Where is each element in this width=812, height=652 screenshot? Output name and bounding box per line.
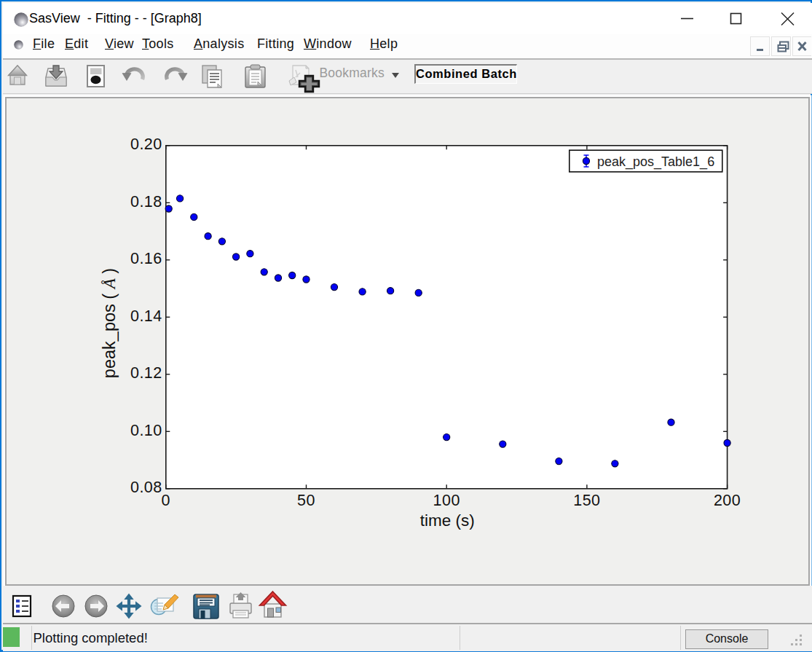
- svg-text:0.16: 0.16: [130, 250, 162, 267]
- svg-text:0.12: 0.12: [130, 364, 162, 382]
- svg-text:100: 100: [433, 492, 460, 509]
- svg-text:50: 50: [297, 492, 315, 509]
- svg-text:150: 150: [573, 492, 600, 509]
- svg-text:0.10: 0.10: [130, 422, 162, 439]
- svg-text:200: 200: [714, 492, 741, 509]
- svg-text:0.14: 0.14: [130, 307, 162, 325]
- svg-text:peak_pos ( Å ): peak_pos ( Å ): [100, 268, 119, 378]
- svg-text:0.20: 0.20: [130, 135, 162, 153]
- svg-text:time (s): time (s): [420, 511, 475, 530]
- svg-text:0: 0: [162, 492, 170, 509]
- svg-text:0.18: 0.18: [130, 193, 162, 211]
- svg-text:0.08: 0.08: [130, 479, 162, 496]
- svg-text:peak_pos_Table1_6: peak_pos_Table1_6: [597, 154, 714, 170]
